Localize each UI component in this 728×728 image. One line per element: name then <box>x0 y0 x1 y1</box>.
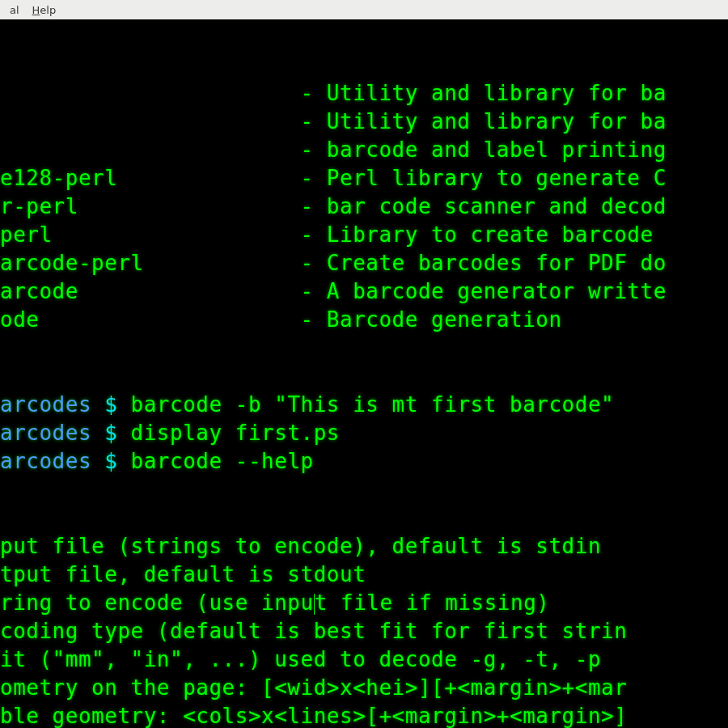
prompt-command: barcode --help <box>131 449 314 473</box>
prompt-path: arcodes <box>0 449 91 473</box>
package-row: - barcode and label printing <box>0 136 728 164</box>
help-line: ble geometry: <cols>x<lines>[+<margin>+<… <box>0 702 728 728</box>
package-row: - Utility and library for ba <box>0 79 728 108</box>
prompt-line: arcodes $ barcode -b "This is mt first b… <box>0 391 728 419</box>
prompt-lines: arcodes $ barcode -b "This is mt first b… <box>0 391 728 476</box>
help-line: coding type (default is best fit for fir… <box>0 617 728 645</box>
help-line: ometry on the page: [<wid>x<hei>][+<marg… <box>0 674 728 702</box>
help-line: put file (strings to encode), default is… <box>0 532 728 561</box>
terminal-viewport[interactable]: - Utility and library for ba - Utility a… <box>0 19 728 728</box>
package-row: - Utility and library for ba <box>0 108 728 136</box>
prompt-path: arcodes <box>0 421 91 445</box>
prompt-separator: $ <box>91 392 130 417</box>
help-line: tput file, default is stdout <box>0 561 728 589</box>
package-list: - Utility and library for ba - Utility a… <box>0 79 728 334</box>
menu-item-terminal[interactable]: al <box>3 2 26 18</box>
menubar: al Help <box>0 0 728 19</box>
prompt-command: barcode -b "This is mt first barcode" <box>131 392 628 417</box>
package-row: r-perl - bar code scanner and decod <box>0 193 728 221</box>
prompt-separator: $ <box>91 449 130 473</box>
prompt-path: arcodes <box>0 392 91 417</box>
help-line: ring to encode (use input file if missin… <box>0 589 728 617</box>
help-line: it ("mm", "in", ...) used to decode -g, … <box>0 645 728 674</box>
prompt-line: arcodes $ barcode --help <box>0 447 728 476</box>
package-row: perl - Library to create barcode <box>0 221 728 249</box>
package-row: e128-perl - Perl library to generate C <box>0 164 728 193</box>
prompt-separator: $ <box>91 421 130 445</box>
package-row: ode - Barcode generation <box>0 306 728 334</box>
prompt-line: arcodes $ display first.ps <box>0 419 728 447</box>
menu-item-help-rest: elp <box>40 4 56 16</box>
package-row: arcode - A barcode generator writte <box>0 277 728 306</box>
help-output: put file (strings to encode), default is… <box>0 532 728 728</box>
menu-item-help[interactable]: Help <box>26 2 63 18</box>
package-row: arcode-perl - Create barcodes for PDF do <box>0 249 728 277</box>
prompt-command: display first.ps <box>131 421 340 445</box>
